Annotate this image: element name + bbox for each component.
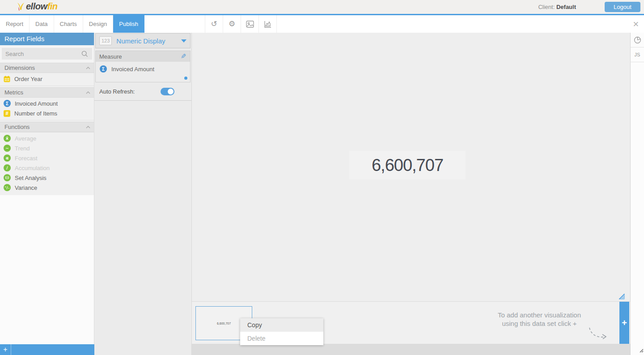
- context-menu-delete[interactable]: Delete: [240, 332, 323, 345]
- auto-refresh-toggle[interactable]: [161, 88, 174, 95]
- yellowfin-logo-mark-icon: [16, 1, 25, 12]
- sigma-metric-icon: Σ: [4, 100, 11, 107]
- function-trend: ∼ Trend: [0, 143, 94, 153]
- visualization-canvas: 6,600,707: [192, 33, 630, 301]
- window-resize-grip-icon[interactable]: [640, 346, 644, 355]
- add-visualization-button[interactable]: +: [619, 302, 629, 344]
- right-rail: JS: [630, 33, 644, 355]
- chevron-down-icon: [181, 39, 186, 43]
- metrics-list: Σ Invoiced Amount # Number of Items: [0, 98, 94, 122]
- sigma-metric-icon: Σ: [100, 65, 107, 73]
- chart-type-selector[interactable]: 123 Numeric Display: [95, 33, 191, 48]
- tab-data[interactable]: Data: [30, 15, 54, 33]
- section-header-metrics[interactable]: Metrics: [0, 87, 94, 98]
- chart-settings-panel: 123 Numeric Display Measure ✎ Σ Invoiced…: [94, 33, 192, 355]
- tab-publish[interactable]: Publish: [113, 15, 144, 33]
- trend-function-icon: ∼: [4, 145, 11, 152]
- add-visualization-hint: To add another visualization using this …: [483, 311, 595, 328]
- logo-text-fin: fin: [47, 1, 58, 12]
- field-order-year[interactable]: Order Year: [0, 74, 94, 84]
- settings-gear-icon[interactable]: ⚙: [223, 15, 241, 33]
- function-set-analysis[interactable]: (|) Set Analysis: [0, 173, 94, 183]
- image-export-icon[interactable]: [241, 15, 258, 33]
- function-forecast: α Forecast: [0, 153, 94, 163]
- numeric-display-value: 6,600,707: [372, 156, 443, 175]
- chevron-up-icon: [86, 126, 90, 128]
- measure-item-invoiced-amount[interactable]: Σ Invoiced Amount: [96, 65, 190, 73]
- tab-design[interactable]: Design: [83, 15, 113, 33]
- hash-metric-icon: #: [4, 110, 10, 117]
- sidebar-add-bar: +: [0, 344, 94, 355]
- measure-box: Measure ✎ Σ Invoiced Amount: [95, 51, 191, 82]
- numeric-display-badge-icon: 123: [99, 36, 112, 45]
- search-input[interactable]: [2, 48, 92, 60]
- numeric-display-tile[interactable]: 6,600,707: [349, 151, 466, 180]
- section-header-functions[interactable]: Functions: [0, 122, 94, 132]
- thumbnail-value: 6,600,707: [217, 322, 231, 325]
- edit-pencil-icon[interactable]: ✎: [181, 52, 186, 60]
- top-bar: ellow fin Client: Default Logout: [0, 0, 644, 14]
- auto-refresh-row: Auto Refresh:: [94, 88, 191, 95]
- group-divider: [0, 84, 94, 86]
- sidebar-title: Report Fields: [0, 33, 94, 45]
- measure-header: Measure ✎: [96, 51, 190, 62]
- resize-handle-icon[interactable]: [619, 293, 625, 299]
- accumulation-function-icon: ∕: [4, 164, 11, 171]
- client-indicator: Client: Default: [538, 4, 576, 10]
- chart-toolbar: ↺ ⚙: [205, 15, 277, 33]
- context-menu-copy[interactable]: Copy: [240, 318, 323, 332]
- tab-report[interactable]: Report: [0, 15, 30, 33]
- function-variance[interactable]: ⁺∕₋ Variance: [0, 183, 94, 192]
- tab-charts[interactable]: Charts: [54, 15, 83, 33]
- dimensions-list: Order Year: [0, 73, 94, 87]
- report-fields-sidebar: Report Fields Dimensions: [0, 33, 94, 355]
- tab-bar: Report Data Charts Design Publish ↺ ⚙ ✕: [0, 15, 644, 33]
- undo-icon[interactable]: ↺: [205, 15, 223, 33]
- chevron-up-icon: [86, 67, 90, 69]
- chart-type-label: Numeric Display: [116, 37, 177, 45]
- thumbnail-context-menu: Copy Delete: [240, 318, 323, 345]
- field-number-of-items[interactable]: # Number of Items: [0, 108, 94, 118]
- section-header-dimensions[interactable]: Dimensions: [0, 63, 94, 73]
- panel-divider: [94, 100, 191, 101]
- close-icon[interactable]: ✕: [633, 15, 639, 33]
- js-editor-button[interactable]: JS: [631, 47, 644, 62]
- yellowfin-logo: ellow fin: [16, 1, 57, 12]
- set-analysis-function-icon: (|): [4, 174, 11, 181]
- auto-refresh-label: Auto Refresh:: [99, 88, 135, 95]
- dashed-arrow-icon: [587, 327, 609, 346]
- search-icon: [81, 51, 88, 59]
- bottom-footer-strip: [192, 344, 630, 355]
- functions-list: x̄ Average ∼ Trend α Forecast ∕ Accumula…: [0, 132, 94, 195]
- add-field-button[interactable]: +: [0, 344, 11, 355]
- drag-handle-dot[interactable]: [184, 77, 187, 80]
- chart-preview-icon[interactable]: [258, 15, 277, 33]
- variance-function-icon: ⁺∕₋: [4, 184, 11, 191]
- logo-text-ellow: ellow: [26, 1, 47, 12]
- group-divider: [0, 118, 94, 120]
- forecast-function-icon: α: [4, 154, 11, 162]
- function-accumulation: ∕ Accumulation: [0, 163, 94, 173]
- client-label: Client:: [538, 4, 555, 10]
- measure-drop-zone[interactable]: Σ Invoiced Amount: [96, 62, 190, 82]
- logout-button[interactable]: Logout: [605, 2, 640, 12]
- chart-settings-pie-icon[interactable]: [631, 33, 644, 47]
- function-average: x̄ Average: [0, 133, 94, 143]
- client-value: Default: [556, 4, 576, 10]
- chevron-up-icon: [86, 91, 90, 94]
- calendar-icon: [4, 76, 10, 82]
- search-container: [0, 45, 94, 63]
- toggle-knob: [168, 89, 174, 94]
- field-invoiced-amount[interactable]: Σ Invoiced Amount: [0, 98, 94, 108]
- average-function-icon: x̄: [4, 135, 11, 142]
